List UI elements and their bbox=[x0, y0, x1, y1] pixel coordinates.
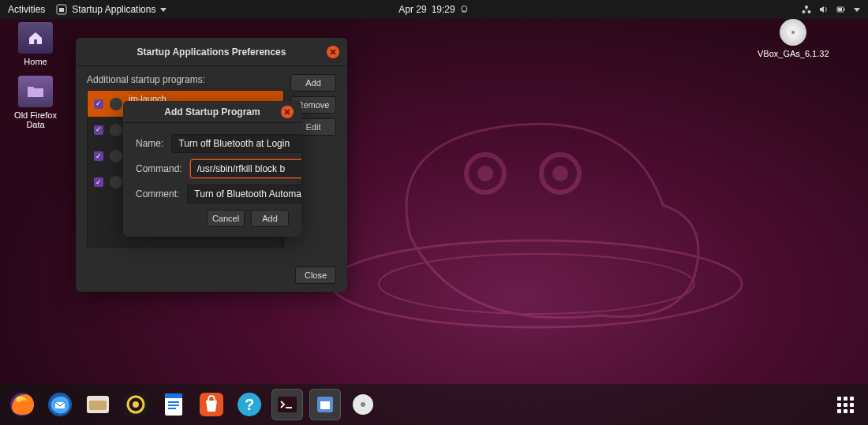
show-apps-button[interactable] bbox=[829, 389, 862, 421]
desktop-icon-home[interactable]: Home bbox=[8, 22, 63, 66]
svg-rect-15 bbox=[34, 39, 37, 44]
svg-text:?: ? bbox=[245, 396, 254, 413]
clock[interactable]: Apr 29 19:29 bbox=[398, 4, 469, 15]
svg-rect-33 bbox=[320, 401, 330, 409]
startup-apps-icon bbox=[56, 4, 67, 15]
checkbox-icon[interactable]: ✓ bbox=[94, 125, 103, 135]
dock-firefox[interactable] bbox=[6, 389, 38, 420]
svg-point-17 bbox=[791, 31, 795, 34]
terminal-icon bbox=[276, 393, 298, 416]
add-button[interactable]: Add bbox=[290, 74, 336, 91]
svg-point-4 bbox=[477, 166, 493, 181]
svg-point-25 bbox=[133, 401, 139, 408]
svg-point-10 bbox=[803, 10, 806, 13]
dock-rhythmbox[interactable] bbox=[120, 389, 152, 420]
clock-date: Apr 29 bbox=[398, 4, 426, 15]
top-bar: Activities Startup Applications Apr 29 1… bbox=[0, 0, 868, 19]
dock-files[interactable] bbox=[82, 389, 114, 420]
firefox-icon bbox=[9, 391, 36, 418]
svg-point-5 bbox=[552, 166, 568, 181]
disc-icon bbox=[787, 26, 799, 39]
close-button[interactable]: Close bbox=[295, 267, 336, 284]
cancel-button[interactable]: Cancel bbox=[207, 210, 245, 227]
close-icon bbox=[330, 49, 336, 55]
battery-icon bbox=[836, 5, 846, 14]
svg-point-0 bbox=[331, 240, 742, 327]
titlebar[interactable]: Add Startup Program bbox=[123, 101, 301, 123]
comment-field[interactable] bbox=[187, 185, 301, 203]
name-field[interactable] bbox=[171, 134, 301, 153]
titlebar[interactable]: Startup Applications Preferences bbox=[76, 38, 347, 66]
gear-icon bbox=[110, 124, 122, 136]
home-icon bbox=[27, 29, 44, 47]
app-menu[interactable]: Startup Applications bbox=[56, 4, 166, 15]
close-icon bbox=[284, 109, 290, 115]
help-icon: ? bbox=[236, 391, 263, 418]
thunderbird-icon bbox=[47, 391, 73, 418]
command-label: Command: bbox=[136, 163, 182, 174]
document-icon bbox=[160, 391, 187, 418]
desktop-icon-label: Home bbox=[8, 57, 63, 66]
svg-point-1 bbox=[379, 254, 694, 314]
dock-help[interactable]: ? bbox=[234, 389, 265, 420]
dock-startup-apps[interactable] bbox=[309, 389, 341, 420]
dock-software[interactable] bbox=[196, 389, 227, 420]
dock-terminal[interactable] bbox=[271, 389, 303, 420]
app-menu-label: Startup Applications bbox=[72, 4, 155, 15]
svg-point-8 bbox=[462, 6, 467, 12]
svg-rect-13 bbox=[844, 9, 846, 10]
desktop-icon-old-firefox[interactable]: Old Firefox Data bbox=[8, 76, 63, 129]
files-icon bbox=[84, 391, 111, 418]
desktop-icon-label: VBox_GAs_6.1.32 bbox=[758, 49, 829, 58]
svg-rect-14 bbox=[838, 8, 842, 11]
dock-disc[interactable] bbox=[347, 389, 379, 420]
gear-icon bbox=[110, 150, 122, 162]
svg-point-2 bbox=[466, 155, 504, 192]
dock-thunderbird[interactable] bbox=[44, 389, 76, 420]
desktop-icon-vbox[interactable]: VBox_GAs_6.1.32 bbox=[758, 19, 829, 58]
svg-point-35 bbox=[361, 402, 365, 407]
dialog-title: Add Startup Program bbox=[164, 106, 260, 117]
startup-window-icon bbox=[314, 393, 336, 416]
svg-rect-27 bbox=[165, 393, 182, 398]
close-button[interactable] bbox=[281, 106, 294, 118]
dialog-add-startup: Add Startup Program Name: Command: Brows… bbox=[123, 101, 301, 237]
volume-icon bbox=[819, 5, 829, 14]
gear-icon bbox=[110, 98, 122, 110]
svg-point-11 bbox=[808, 10, 811, 13]
network-icon bbox=[802, 5, 811, 14]
folder-icon bbox=[27, 84, 44, 99]
close-button[interactable] bbox=[327, 46, 339, 58]
checkbox-icon[interactable]: ✓ bbox=[94, 99, 103, 109]
rhythmbox-icon bbox=[122, 391, 149, 418]
checkbox-icon[interactable]: ✓ bbox=[94, 151, 103, 161]
window-title: Startup Applications Preferences bbox=[137, 47, 286, 58]
svg-point-9 bbox=[805, 6, 808, 9]
dock: ? bbox=[0, 384, 868, 425]
prefs-subtitle: Additional startup programs: bbox=[87, 74, 284, 85]
gear-icon bbox=[110, 176, 122, 188]
desktop-icon-label: Old Firefox Data bbox=[8, 110, 63, 129]
wallpaper-hippo bbox=[316, 95, 758, 378]
clock-time: 19:29 bbox=[432, 4, 455, 15]
svg-rect-7 bbox=[59, 8, 64, 12]
disc-icon bbox=[351, 393, 375, 416]
svg-rect-22 bbox=[89, 401, 107, 410]
command-field[interactable] bbox=[190, 159, 301, 178]
activities-button[interactable]: Activities bbox=[8, 4, 45, 15]
add-button[interactable]: Add bbox=[251, 210, 289, 227]
checkbox-icon[interactable]: ✓ bbox=[94, 177, 103, 187]
chevron-down-icon bbox=[160, 8, 166, 12]
dock-writer[interactable] bbox=[158, 389, 189, 420]
svg-point-3 bbox=[541, 155, 579, 192]
chevron-down-icon bbox=[854, 8, 860, 12]
shopping-bag-icon bbox=[198, 391, 225, 418]
name-label: Name: bbox=[136, 138, 163, 149]
system-tray[interactable] bbox=[802, 5, 860, 14]
comment-label: Comment: bbox=[136, 188, 179, 199]
svg-rect-31 bbox=[278, 397, 297, 412]
notification-icon bbox=[460, 5, 470, 14]
